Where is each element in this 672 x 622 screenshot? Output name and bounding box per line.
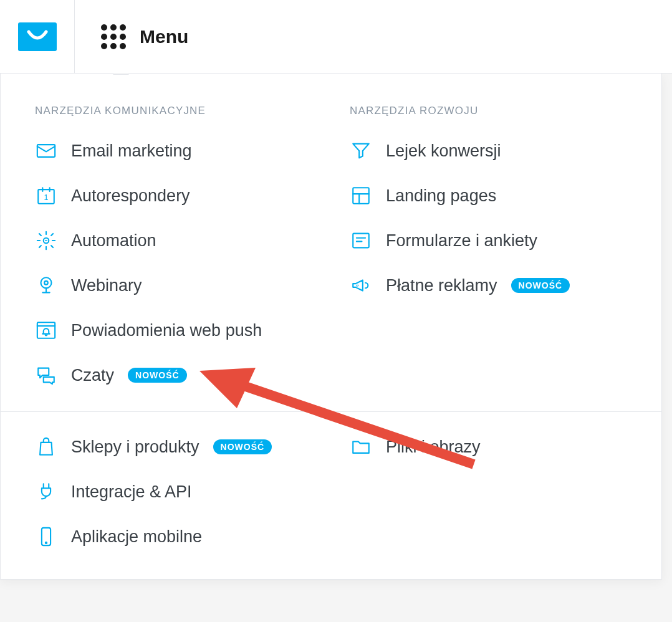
column-header: NARZĘDZIA KOMUNIKACYJNE bbox=[35, 105, 319, 117]
dropdown-top-section: NARZĘDZIA KOMUNIKACYJNE Email marketing … bbox=[1, 74, 661, 411]
menu-item-label: Email marketing bbox=[71, 141, 192, 161]
menu-item-files[interactable]: Pliki i obrazy bbox=[350, 436, 633, 458]
topbar: Menu bbox=[0, 0, 672, 74]
form-icon bbox=[350, 229, 372, 252]
menu-item-label: Płatne reklamy bbox=[386, 276, 497, 295]
svg-rect-7 bbox=[353, 188, 369, 204]
menu-item-autoresponders[interactable]: 1 Autorespondery bbox=[35, 184, 319, 207]
menu-item-stores[interactable]: Sklepy i produkty NOWOŚĆ bbox=[35, 436, 319, 458]
menu-item-label: Aplikacje mobilne bbox=[71, 527, 202, 547]
menu-item-label: Webinary bbox=[71, 276, 142, 295]
menu-item-chats[interactable]: Czaty NOWOŚĆ bbox=[35, 364, 319, 386]
menu-item-webinars[interactable]: Webinary bbox=[35, 274, 319, 297]
menu-grid-icon bbox=[101, 24, 126, 49]
svg-rect-0 bbox=[37, 145, 55, 157]
plug-icon bbox=[35, 481, 57, 503]
svg-rect-8 bbox=[353, 234, 369, 248]
menu-item-label: Czaty bbox=[71, 366, 114, 385]
column-growth: NARZĘDZIA ROZWOJU Lejek konwersji Landin… bbox=[350, 105, 633, 386]
shopping-bag-icon bbox=[35, 436, 57, 458]
column-bottom-right: Pliki i obrazy bbox=[350, 436, 633, 548]
menu-item-forms[interactable]: Formularze i ankiety bbox=[350, 229, 633, 252]
menu-trigger[interactable]: Menu bbox=[75, 0, 188, 73]
svg-text:1: 1 bbox=[44, 193, 48, 202]
menu-item-email-marketing[interactable]: Email marketing bbox=[35, 140, 319, 162]
menu-item-funnel[interactable]: Lejek konwersji bbox=[350, 140, 633, 162]
megaphone-icon: $ bbox=[350, 274, 372, 297]
new-badge: NOWOŚĆ bbox=[213, 439, 272, 454]
menu-item-automation[interactable]: Automation bbox=[35, 229, 319, 252]
menu-item-web-push[interactable]: Powiadomienia web push bbox=[35, 319, 319, 342]
menu-item-label: Integracje & API bbox=[71, 482, 192, 502]
column-bottom-left: Sklepy i produkty NOWOŚĆ Integracje & AP… bbox=[35, 436, 319, 548]
svg-point-12 bbox=[46, 542, 47, 543]
menu-item-label: Formularze i ankiety bbox=[386, 231, 537, 251]
logo-box bbox=[0, 0, 75, 74]
calendar-icon: 1 bbox=[35, 184, 57, 207]
gear-icon bbox=[35, 229, 57, 252]
new-badge: NOWOŚĆ bbox=[128, 368, 187, 383]
svg-text:$: $ bbox=[356, 284, 358, 289]
bell-window-icon bbox=[35, 319, 57, 342]
menu-item-label: Landing pages bbox=[386, 186, 496, 206]
menu-item-landing-pages[interactable]: Landing pages bbox=[350, 184, 633, 207]
mail-icon bbox=[35, 140, 57, 162]
svg-point-4 bbox=[41, 277, 52, 288]
menu-item-paid-ads[interactable]: $ Płatne reklamy NOWOŚĆ bbox=[350, 274, 633, 297]
phone-icon bbox=[35, 525, 57, 548]
menu-dropdown: NARZĘDZIA KOMUNIKACYJNE Email marketing … bbox=[0, 74, 662, 580]
menu-item-mobile-apps[interactable]: Aplikacje mobilne bbox=[35, 525, 319, 548]
menu-label: Menu bbox=[140, 26, 188, 47]
column-header: NARZĘDZIA ROZWOJU bbox=[350, 105, 633, 117]
dropdown-bottom-section: Sklepy i produkty NOWOŚĆ Integracje & AP… bbox=[1, 411, 661, 579]
svg-point-5 bbox=[44, 281, 48, 285]
menu-item-label: Pliki i obrazy bbox=[386, 438, 481, 457]
menu-item-label: Sklepy i produkty bbox=[71, 438, 199, 457]
logo[interactable] bbox=[18, 22, 57, 51]
column-communication: NARZĘDZIA KOMUNIKACYJNE Email marketing … bbox=[35, 105, 319, 386]
menu-item-label: Automation bbox=[71, 231, 156, 251]
chat-icon bbox=[35, 364, 57, 386]
menu-item-label: Lejek konwersji bbox=[386, 141, 501, 161]
layout-icon bbox=[350, 184, 372, 207]
smile-icon bbox=[25, 28, 50, 45]
menu-item-label: Autorespondery bbox=[71, 186, 190, 206]
funnel-icon bbox=[350, 140, 372, 162]
folder-icon bbox=[350, 436, 372, 458]
new-badge: NOWOŚĆ bbox=[511, 278, 570, 293]
menu-item-integrations[interactable]: Integracje & API bbox=[35, 481, 319, 503]
menu-caret-icon bbox=[113, 66, 128, 74]
menu-item-label: Powiadomienia web push bbox=[71, 321, 262, 340]
webcam-icon bbox=[35, 274, 57, 297]
